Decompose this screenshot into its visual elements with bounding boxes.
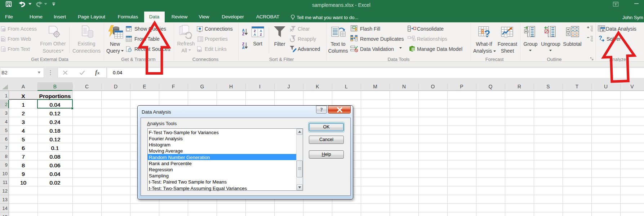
svg-text:A: A bbox=[260, 29, 262, 33]
svg-text:A: A bbox=[3, 28, 5, 31]
svg-text:A: A bbox=[254, 32, 256, 36]
svg-text:Z: Z bbox=[260, 32, 262, 36]
svg-text:Z: Z bbox=[242, 32, 244, 36]
svg-text:?: ? bbox=[484, 28, 490, 39]
svg-text:Z: Z bbox=[254, 29, 256, 33]
svg-text:A: A bbox=[242, 46, 244, 50]
